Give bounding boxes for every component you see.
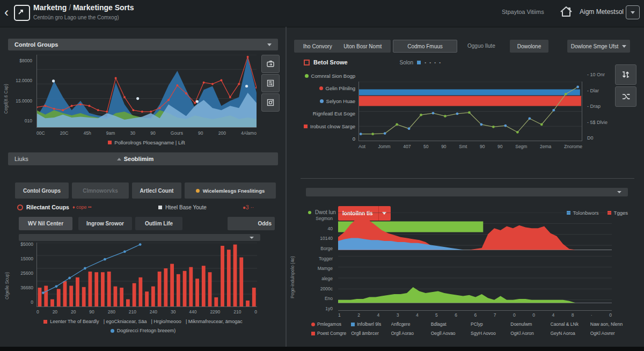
y-tick: $8000 xyxy=(19,58,32,63)
square-chip-icon xyxy=(304,125,308,128)
sort-button[interactable] xyxy=(615,64,636,85)
x-tick: 20C xyxy=(60,130,69,136)
download-button[interactable]: Dowolone xyxy=(510,40,548,53)
sort-asc-icon xyxy=(117,158,121,160)
data-view-button[interactable] xyxy=(261,74,280,92)
right-select[interactable] xyxy=(306,188,628,196)
chart4-y-axis-title: Pogo-indulnpolo (4o) xyxy=(290,256,295,298)
chart4-y-ticks: Segmon4010140BorgeToggerMamgealege2000cE… xyxy=(298,216,333,311)
view-toggle-button[interactable]: Iho Convory Uton Bosr Nomt xyxy=(294,40,391,53)
chart-canvas xyxy=(338,213,612,311)
shuffle-icon xyxy=(621,92,631,101)
chart3-left-labels: Comnral Sion BogpGelin PilnilngSelyon Hu… xyxy=(292,73,355,142)
chart2-legend-row1: Leenter The of Beardly| egoCkniacear, Sä… xyxy=(8,319,278,324)
column-divider xyxy=(286,27,287,347)
codmo-button[interactable]: Codmo Fmuus xyxy=(393,40,457,53)
filter-ingrow-srowor[interactable]: Ingrow Srowor xyxy=(78,217,132,230)
square-chip-icon xyxy=(158,206,162,209)
tab-label: Wicelemlesgs Fneslitings xyxy=(203,188,265,194)
account-label: Aigm Metestsol xyxy=(580,8,624,16)
legend-item: Orgll Aorao xyxy=(391,331,428,336)
legend-item: Bdlagat xyxy=(431,321,467,327)
tab-article-count[interactable]: Artlecl Count xyxy=(132,182,181,199)
tab-wireless-facilities[interactable]: Wicelemlesgs Fneslitings xyxy=(185,182,276,199)
x-tick: 4 xyxy=(377,312,379,318)
chevron-down-icon xyxy=(631,11,635,14)
chart-canvas xyxy=(36,55,257,128)
x-tick: 210 xyxy=(233,309,241,315)
toggle-option-a: Iho Convory xyxy=(303,43,332,49)
x-tick: 45h xyxy=(84,130,91,136)
download-stage-list-button[interactable]: Dowlone Smge Ufst xyxy=(567,40,630,53)
legend-item: Pollorolrogs Ploesagname | Lift xyxy=(108,140,185,145)
export-arrow-icon[interactable] xyxy=(14,5,30,21)
x-tick: 1 xyxy=(338,312,341,318)
chart-canvas xyxy=(358,82,582,141)
legend-item: Naw aon, Nlenn xyxy=(590,321,627,327)
x-tick: 4 xyxy=(416,312,419,318)
x-tick: 90 xyxy=(480,144,485,149)
back-icon[interactable]: ‹ xyxy=(4,5,9,20)
solon-label: Solon xyxy=(400,60,414,65)
red-square-outline-icon xyxy=(304,60,310,65)
shuffle-button[interactable] xyxy=(615,86,636,107)
x-tick: 90 xyxy=(441,144,446,149)
sort-arrows-icon xyxy=(621,70,631,79)
links-sort-bar[interactable]: Liuks Seoblimim xyxy=(8,152,278,165)
tab-control-groups[interactable]: Contol Groups xyxy=(15,182,69,199)
right-axis-label: D0 xyxy=(587,135,626,141)
home-icon[interactable] xyxy=(559,5,573,20)
chart1-x-ticks: 00C20C45h9am3090Gours902004Alamo xyxy=(36,130,257,136)
x-tick: 240 xyxy=(150,309,157,315)
x-tick: 6 xyxy=(474,312,477,318)
x-tick: 7 xyxy=(494,312,496,318)
chevron-down-icon xyxy=(617,191,621,193)
chart2-x-ticks: 02020902802102403044022902100 xyxy=(36,309,257,315)
segment-chart xyxy=(358,82,582,141)
y-tick: $5000 xyxy=(20,242,33,247)
account-dropdown[interactable] xyxy=(626,5,640,19)
dot-chip-icon xyxy=(319,86,323,90)
series-sub: ♦ cope •• xyxy=(72,204,91,210)
base-series-toggle[interactable]: Hteel Base Youte xyxy=(158,204,207,210)
y-tick: 2000c xyxy=(320,286,333,291)
y-tick: 40 xyxy=(328,226,333,231)
filter-outlim-life[interactable]: Outlim Life xyxy=(135,217,182,230)
x-tick: 4Alamo xyxy=(241,130,257,136)
series-badge: ●3 ·· xyxy=(243,204,254,210)
control-groups-select[interactable]: Control Groups xyxy=(8,39,278,50)
dot-chip-icon xyxy=(111,329,114,333)
x-tick: 90 xyxy=(150,130,155,136)
tab-chimneyworks[interactable]: Clmnoworvks xyxy=(72,182,129,199)
x-tick: 2290 xyxy=(210,309,220,315)
y-tick: Segmon xyxy=(316,216,333,221)
snapshot-button[interactable] xyxy=(261,55,280,73)
legend-item: OgKl Aovrer xyxy=(590,331,627,336)
breadcrumb-separator: / xyxy=(69,3,71,12)
camera-icon xyxy=(266,60,275,68)
legend-item: Caonal & LNk xyxy=(551,321,587,327)
capture-button[interactable] xyxy=(261,93,280,112)
x-tick: 5 xyxy=(435,312,438,318)
legend-item: OgKl Aoron xyxy=(510,331,547,336)
performance-chart xyxy=(338,213,612,311)
filter-wv-nil-center[interactable]: WV Nil Center xyxy=(19,217,72,230)
button-label: Dowlone Smge Ufst xyxy=(571,43,618,49)
target-icon xyxy=(17,204,23,210)
series-header: Rilectant Coups ♦ cope •• xyxy=(17,204,91,210)
x-tick: 50 xyxy=(423,144,428,149)
links-bar-chart xyxy=(36,243,257,307)
bottom-strip xyxy=(0,347,644,351)
right-series-title: Betol Srowe xyxy=(313,59,348,65)
right-series-header: Betol Srowe Solon • • • • xyxy=(304,59,442,65)
marketing-dashboard: ‹ Marketng / Marketinge Sorts Centoün gr… xyxy=(0,0,644,351)
dots-label: • • • • xyxy=(425,60,442,65)
mini-select[interactable] xyxy=(19,234,260,241)
ogguo-label: Ogguo Ilute xyxy=(467,43,495,49)
section-divider xyxy=(301,178,634,179)
legend-item: Dogtirecci Fretogn breeem) xyxy=(111,328,176,333)
chart2-y-ticks: $50001500025600366800 xyxy=(9,242,33,305)
legend-item: Oegll Aovao xyxy=(431,331,467,336)
x-tick: 90 xyxy=(89,309,94,315)
filter-odds[interactable]: Odds xyxy=(228,217,275,230)
